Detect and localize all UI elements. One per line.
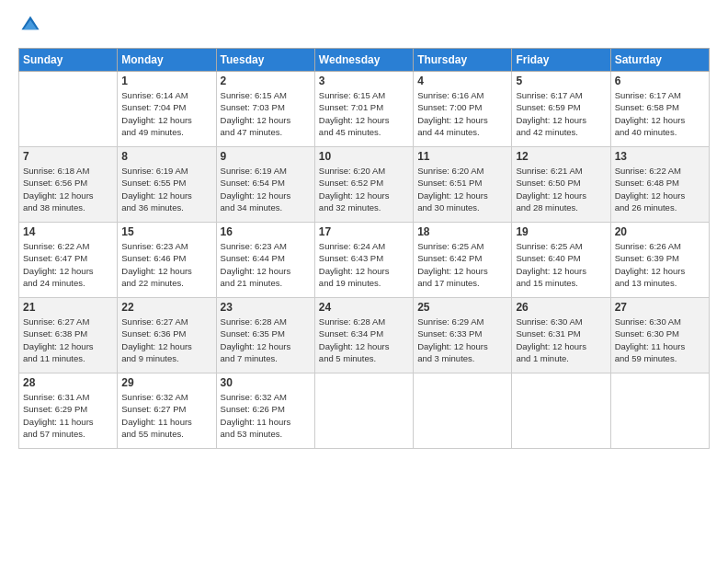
calendar-week-row: 14Sunrise: 6:22 AM Sunset: 6:47 PM Dayli… [19,223,710,298]
cell-info: Sunrise: 6:29 AM Sunset: 6:33 PM Dayligh… [417,316,507,364]
col-wednesday: Wednesday [314,49,413,72]
cell-date: 22 [121,301,211,314]
cell-date: 13 [615,150,705,163]
cell-date: 12 [516,150,606,163]
table-row: 21Sunrise: 6:27 AM Sunset: 6:38 PM Dayli… [19,298,118,373]
table-row: 2Sunrise: 6:15 AM Sunset: 7:03 PM Daylig… [216,72,314,147]
cell-date: 6 [615,75,705,87]
cell-info: Sunrise: 6:20 AM Sunset: 6:51 PM Dayligh… [417,165,507,213]
table-row: 7Sunrise: 6:18 AM Sunset: 6:56 PM Daylig… [19,147,118,223]
cell-info: Sunrise: 6:15 AM Sunset: 7:03 PM Dayligh… [221,89,311,138]
cell-date: 28 [23,376,113,389]
cell-date: 21 [23,301,113,314]
table-row: 30Sunrise: 6:32 AM Sunset: 6:26 PM Dayli… [216,373,314,449]
cell-info: Sunrise: 6:21 AM Sunset: 6:50 PM Dayligh… [516,165,606,213]
table-row: 6Sunrise: 6:17 AM Sunset: 6:58 PM Daylig… [610,72,709,147]
cell-date: 14 [23,225,113,238]
col-saturday: Saturday [610,49,709,72]
cell-date: 25 [417,301,507,314]
cell-date: 9 [221,150,311,163]
cell-date: 11 [417,150,507,163]
cell-info: Sunrise: 6:26 AM Sunset: 6:39 PM Dayligh… [615,240,705,289]
table-row: 22Sunrise: 6:27 AM Sunset: 6:36 PM Dayli… [118,298,216,373]
cell-date: 26 [516,301,606,314]
table-row: 19Sunrise: 6:25 AM Sunset: 6:40 PM Dayli… [512,223,610,298]
cell-info: Sunrise: 6:16 AM Sunset: 7:00 PM Dayligh… [417,89,507,138]
cell-date: 18 [417,225,507,238]
cell-info: Sunrise: 6:27 AM Sunset: 6:38 PM Dayligh… [23,316,113,364]
cell-info: Sunrise: 6:18 AM Sunset: 6:56 PM Dayligh… [23,165,113,213]
table-row [610,373,709,449]
table-row: 18Sunrise: 6:25 AM Sunset: 6:42 PM Dayli… [414,223,512,298]
cell-date: 3 [319,75,409,87]
calendar-week-row: 1Sunrise: 6:14 AM Sunset: 7:04 PM Daylig… [19,72,710,147]
cell-info: Sunrise: 6:15 AM Sunset: 7:01 PM Dayligh… [319,89,409,138]
cell-date: 8 [121,150,211,163]
calendar-week-row: 28Sunrise: 6:31 AM Sunset: 6:29 PM Dayli… [19,373,710,449]
cell-info: Sunrise: 6:14 AM Sunset: 7:04 PM Dayligh… [121,89,211,138]
header [18,15,710,39]
table-row: 17Sunrise: 6:24 AM Sunset: 6:43 PM Dayli… [314,223,413,298]
table-row: 24Sunrise: 6:28 AM Sunset: 6:34 PM Dayli… [314,298,413,373]
calendar-table: Sunday Monday Tuesday Wednesday Thursday… [18,48,710,449]
table-row: 29Sunrise: 6:32 AM Sunset: 6:27 PM Dayli… [118,373,216,449]
logo-icon [20,15,40,35]
table-row [414,373,512,449]
table-row: 5Sunrise: 6:17 AM Sunset: 6:59 PM Daylig… [512,72,610,147]
cell-info: Sunrise: 6:17 AM Sunset: 6:59 PM Dayligh… [516,89,606,138]
cell-info: Sunrise: 6:19 AM Sunset: 6:55 PM Dayligh… [121,165,211,213]
cell-date: 17 [319,225,409,238]
cell-date: 24 [319,301,409,314]
table-row: 1Sunrise: 6:14 AM Sunset: 7:04 PM Daylig… [118,72,216,147]
cell-info: Sunrise: 6:19 AM Sunset: 6:54 PM Dayligh… [221,165,311,213]
cell-info: Sunrise: 6:22 AM Sunset: 6:48 PM Dayligh… [615,165,705,213]
table-row [314,373,413,449]
table-row: 8Sunrise: 6:19 AM Sunset: 6:55 PM Daylig… [118,147,216,223]
col-monday: Monday [118,49,216,72]
col-friday: Friday [512,49,610,72]
cell-info: Sunrise: 6:20 AM Sunset: 6:52 PM Dayligh… [319,165,409,213]
cell-date: 1 [121,75,211,87]
col-tuesday: Tuesday [216,49,314,72]
page: Sunday Monday Tuesday Wednesday Thursday… [0,0,728,563]
table-row: 12Sunrise: 6:21 AM Sunset: 6:50 PM Dayli… [512,147,610,223]
cell-date: 2 [221,75,311,87]
cell-date: 7 [23,150,113,163]
table-row: 9Sunrise: 6:19 AM Sunset: 6:54 PM Daylig… [216,147,314,223]
cell-info: Sunrise: 6:27 AM Sunset: 6:36 PM Dayligh… [121,316,211,364]
table-row: 23Sunrise: 6:28 AM Sunset: 6:35 PM Dayli… [216,298,314,373]
cell-info: Sunrise: 6:23 AM Sunset: 6:44 PM Dayligh… [221,240,311,289]
cell-info: Sunrise: 6:22 AM Sunset: 6:47 PM Dayligh… [23,240,113,289]
table-row: 3Sunrise: 6:15 AM Sunset: 7:01 PM Daylig… [314,72,413,147]
logo [18,15,44,39]
cell-info: Sunrise: 6:25 AM Sunset: 6:42 PM Dayligh… [417,240,507,289]
cell-date: 29 [121,376,211,389]
cell-date: 15 [121,225,211,238]
table-row: 14Sunrise: 6:22 AM Sunset: 6:47 PM Dayli… [19,223,118,298]
cell-date: 4 [417,75,507,87]
cell-date: 20 [615,225,705,238]
cell-info: Sunrise: 6:31 AM Sunset: 6:29 PM Dayligh… [23,391,113,440]
table-row: 26Sunrise: 6:30 AM Sunset: 6:31 PM Dayli… [512,298,610,373]
cell-date: 16 [221,225,311,238]
col-sunday: Sunday [19,49,118,72]
cell-info: Sunrise: 6:30 AM Sunset: 6:30 PM Dayligh… [615,316,705,364]
cell-date: 27 [615,301,705,314]
cell-info: Sunrise: 6:28 AM Sunset: 6:35 PM Dayligh… [221,316,311,364]
table-row: 4Sunrise: 6:16 AM Sunset: 7:00 PM Daylig… [414,72,512,147]
cell-info: Sunrise: 6:28 AM Sunset: 6:34 PM Dayligh… [319,316,409,364]
cell-info: Sunrise: 6:30 AM Sunset: 6:31 PM Dayligh… [516,316,606,364]
calendar-week-row: 21Sunrise: 6:27 AM Sunset: 6:38 PM Dayli… [19,298,710,373]
calendar-week-row: 7Sunrise: 6:18 AM Sunset: 6:56 PM Daylig… [19,147,710,223]
table-row [512,373,610,449]
cell-info: Sunrise: 6:17 AM Sunset: 6:58 PM Dayligh… [615,89,705,138]
table-row: 11Sunrise: 6:20 AM Sunset: 6:51 PM Dayli… [414,147,512,223]
table-row: 15Sunrise: 6:23 AM Sunset: 6:46 PM Dayli… [118,223,216,298]
table-row: 28Sunrise: 6:31 AM Sunset: 6:29 PM Dayli… [19,373,118,449]
cell-info: Sunrise: 6:23 AM Sunset: 6:46 PM Dayligh… [121,240,211,289]
cell-info: Sunrise: 6:32 AM Sunset: 6:26 PM Dayligh… [221,391,311,440]
table-row: 10Sunrise: 6:20 AM Sunset: 6:52 PM Dayli… [314,147,413,223]
col-thursday: Thursday [414,49,512,72]
cell-date: 30 [221,376,311,389]
cell-info: Sunrise: 6:25 AM Sunset: 6:40 PM Dayligh… [516,240,606,289]
